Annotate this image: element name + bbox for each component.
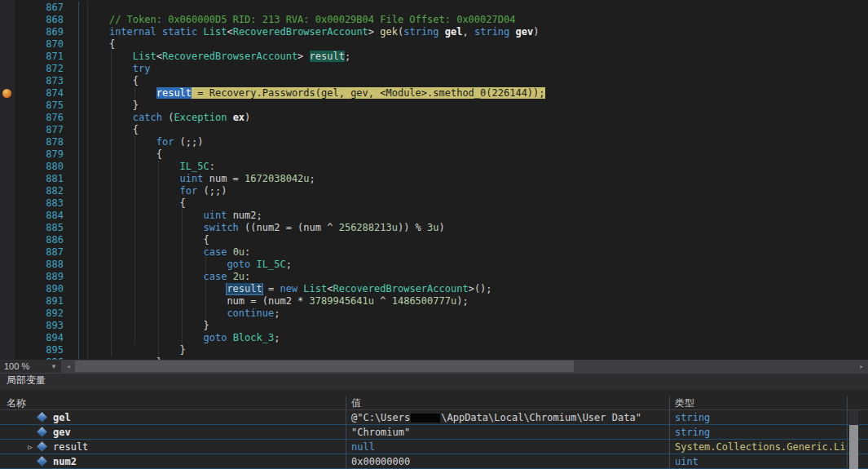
- glyph-margin-cell[interactable]: [0, 75, 15, 87]
- line-number[interactable]: 869: [15, 26, 64, 38]
- line-number[interactable]: 883: [15, 197, 64, 210]
- line-number[interactable]: 875: [15, 100, 64, 112]
- scrollbar-thumb[interactable]: [75, 361, 574, 372]
- variable-value-cell[interactable]: null: [346, 440, 670, 454]
- code-line[interactable]: 872 try: [0, 63, 868, 75]
- code-line[interactable]: 867: [0, 2, 868, 14]
- line-number[interactable]: 874: [15, 87, 64, 100]
- code-line[interactable]: 887 case 0u:: [0, 246, 868, 259]
- code-line[interactable]: 875 }: [0, 100, 868, 112]
- locals-row-gev[interactable]: gev"Chromium"string: [0, 425, 868, 440]
- line-number[interactable]: 890: [15, 283, 64, 295]
- line-number[interactable]: 870: [15, 38, 64, 51]
- glyph-margin-cell[interactable]: [0, 295, 15, 308]
- line-number[interactable]: 876: [15, 112, 64, 124]
- vertical-scrollbar[interactable]: [849, 410, 858, 469]
- line-number[interactable]: 881: [15, 173, 64, 185]
- glyph-margin-cell[interactable]: [0, 210, 15, 222]
- code-editor[interactable]: 867868 // Token: 0x060000D5 RID: 213 RVA…: [0, 0, 868, 360]
- line-number[interactable]: 891: [15, 295, 64, 308]
- line-number[interactable]: 882: [15, 185, 64, 197]
- code-line[interactable]: 876 catch (Exception ex): [0, 112, 868, 124]
- horizontal-scrollbar[interactable]: ◂ ▸: [62, 360, 868, 373]
- code-line[interactable]: 873 {: [0, 75, 868, 87]
- code-line[interactable]: 879 {: [0, 148, 868, 161]
- variable-name-cell[interactable]: num2: [0, 454, 346, 468]
- glyph-margin-cell[interactable]: [0, 124, 15, 136]
- column-header-type[interactable]: 类型: [670, 396, 848, 409]
- variable-value-cell[interactable]: 0x00000000: [346, 454, 670, 468]
- glyph-margin-cell[interactable]: [0, 63, 15, 75]
- variable-value-cell[interactable]: @"C:\Users\AppData\Local\Chromium\User D…: [346, 410, 670, 424]
- line-number[interactable]: 892: [15, 308, 64, 320]
- line-number[interactable]: 880: [15, 161, 64, 173]
- code-line[interactable]: 878 for (;;): [0, 136, 868, 148]
- glyph-margin-cell[interactable]: [0, 246, 15, 259]
- glyph-margin-cell[interactable]: [0, 100, 15, 112]
- code-line[interactable]: 886 {: [0, 234, 868, 246]
- chevron-down-icon[interactable]: ▼: [51, 363, 57, 370]
- line-number[interactable]: 872: [15, 63, 64, 75]
- glyph-margin-cell[interactable]: [0, 26, 15, 38]
- code-line[interactable]: 894 goto Block_3;: [0, 332, 868, 344]
- code-line[interactable]: 893 }: [0, 320, 868, 332]
- breakpoint-icon[interactable]: [2, 89, 11, 98]
- code-line[interactable]: 880 IL_5C:: [0, 161, 868, 173]
- glyph-margin-cell[interactable]: [0, 14, 15, 26]
- locals-row-result[interactable]: ▷resultnullSystem.Collections.Generic.Li…: [0, 440, 868, 454]
- variable-name-cell[interactable]: ▷result: [0, 440, 346, 454]
- line-number[interactable]: 885: [15, 222, 64, 234]
- scroll-right-icon[interactable]: ▸: [855, 360, 868, 373]
- line-number[interactable]: 867: [15, 2, 64, 14]
- code-line[interactable]: 881 uint num = 1672038042u;: [0, 173, 868, 185]
- line-number[interactable]: 879: [15, 148, 64, 161]
- code-line[interactable]: 877 {: [0, 124, 868, 136]
- code-line[interactable]: 889 case 2u:: [0, 271, 868, 283]
- code-line[interactable]: 895 }: [0, 344, 868, 356]
- glyph-margin-cell[interactable]: [0, 51, 15, 63]
- glyph-margin-cell[interactable]: [0, 222, 15, 234]
- code-line[interactable]: 870 {: [0, 38, 868, 51]
- glyph-margin-cell[interactable]: [0, 161, 15, 173]
- code-line[interactable]: 871 List<RecoveredBrowserAccount> result…: [0, 51, 868, 63]
- line-number[interactable]: 873: [15, 75, 64, 87]
- code-line[interactable]: 882 for (;;): [0, 185, 868, 197]
- line-number[interactable]: 868: [15, 14, 64, 26]
- glyph-margin-cell[interactable]: [0, 38, 15, 51]
- glyph-margin-cell[interactable]: [0, 197, 15, 210]
- glyph-margin-cell[interactable]: [0, 344, 15, 356]
- line-number[interactable]: 888: [15, 259, 64, 271]
- variable-value-cell[interactable]: "Chromium": [346, 425, 670, 439]
- variable-name-cell[interactable]: gev: [0, 425, 346, 439]
- glyph-margin-cell[interactable]: [0, 271, 15, 283]
- zoom-control[interactable]: 100 % ▼: [0, 360, 62, 373]
- glyph-margin-cell[interactable]: [0, 136, 15, 148]
- glyph-margin-cell[interactable]: [0, 185, 15, 197]
- line-number[interactable]: 878: [15, 136, 64, 148]
- expander-icon[interactable]: ▷: [24, 440, 36, 454]
- code-line[interactable]: 890 result = new List<RecoveredBrowserAc…: [0, 283, 868, 295]
- glyph-margin-cell[interactable]: [0, 259, 15, 271]
- glyph-margin-cell[interactable]: [0, 283, 15, 295]
- glyph-margin-cell[interactable]: [0, 148, 15, 161]
- scrollbar-track[interactable]: [75, 360, 855, 373]
- variable-name-cell[interactable]: gel: [0, 410, 346, 424]
- code-line[interactable]: 891 num = (num2 * 3789945641u ^ 14865007…: [0, 295, 868, 308]
- scrollbar-thumb[interactable]: [849, 425, 858, 469]
- scroll-left-icon[interactable]: ◂: [62, 360, 75, 373]
- code-line[interactable]: 888 goto IL_5C;: [0, 259, 868, 271]
- line-number[interactable]: 886: [15, 234, 64, 246]
- glyph-margin-cell[interactable]: [0, 234, 15, 246]
- column-header-value[interactable]: 值: [346, 396, 670, 409]
- glyph-margin-cell[interactable]: [0, 2, 15, 14]
- code-line[interactable]: 868 // Token: 0x060000D5 RID: 213 RVA: 0…: [0, 14, 868, 26]
- code-line[interactable]: 885 switch ((num2 = (num ^ 256288213u)) …: [0, 222, 868, 234]
- line-number[interactable]: 894: [15, 332, 64, 344]
- glyph-margin-cell[interactable]: [0, 173, 15, 185]
- line-number[interactable]: 893: [15, 320, 64, 332]
- column-header-name[interactable]: 名称: [0, 396, 346, 409]
- code-line[interactable]: 869 internal static List<RecoveredBrowse…: [0, 26, 868, 38]
- code-line[interactable]: 883 {: [0, 197, 868, 210]
- line-number[interactable]: 889: [15, 271, 64, 283]
- line-number[interactable]: 877: [15, 124, 64, 136]
